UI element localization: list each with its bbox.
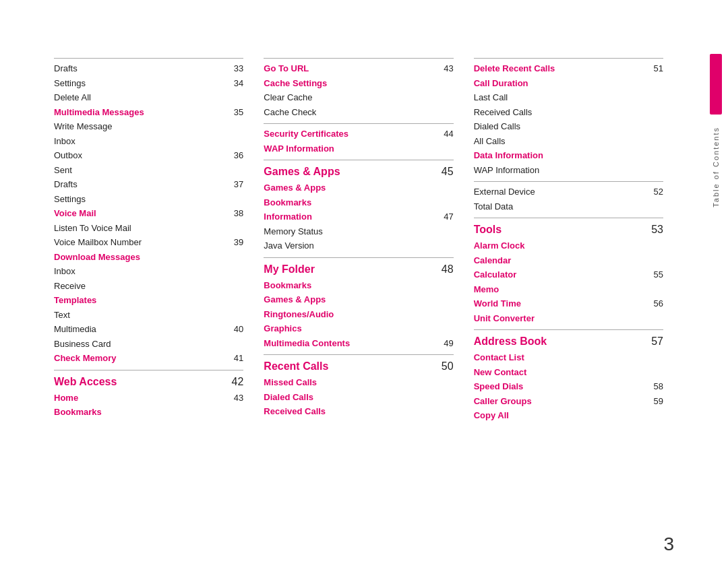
- section-divider: [54, 370, 243, 370]
- entry-label: New Contact: [474, 366, 527, 379]
- entry-label: Text: [54, 309, 70, 322]
- entry-label: Caller Groups: [474, 395, 532, 408]
- table-row: Voice Mail38: [54, 206, 243, 221]
- entry-label: Received Calls: [474, 106, 533, 119]
- entry-number: 43: [230, 391, 243, 405]
- entry-label: Bookmarks: [264, 196, 311, 209]
- table-row: Templates: [54, 293, 243, 308]
- entry-label: External Device: [474, 185, 535, 199]
- entry-label: Outbox: [54, 149, 82, 162]
- entry-number: 36: [230, 149, 243, 162]
- table-row: Ringtones/Audio: [264, 307, 453, 322]
- entry-number: 42: [230, 374, 243, 390]
- table-row: WAP Information: [474, 163, 663, 178]
- entry-number: 38: [230, 207, 243, 220]
- entry-label: Web Access: [54, 374, 117, 390]
- column-2: Go To URL43Cache SettingsClear CacheCach…: [264, 54, 473, 555]
- entry-label: Recent Calls: [264, 358, 328, 375]
- table-row: Cache Check: [264, 105, 453, 120]
- column-3: Delete Recent Calls51Call DurationLast C…: [474, 54, 663, 555]
- page: Drafts33Settings34Delete AllMultimedia M…: [0, 0, 728, 582]
- entry-label: Copy All: [474, 409, 509, 422]
- entry-label: Graphics: [264, 322, 301, 335]
- table-row: Address Book57: [474, 333, 663, 350]
- entry-label: Dialed Calls: [474, 120, 520, 133]
- table-row: Games & Apps: [264, 181, 453, 195]
- table-row: Tools53: [474, 221, 663, 238]
- entry-label: Home: [54, 391, 78, 405]
- table-row: Web Access42: [54, 373, 243, 391]
- entry-label: Inbox: [54, 265, 75, 278]
- entry-number: 33: [230, 62, 243, 75]
- table-row: Games & Apps45: [264, 163, 453, 181]
- table-row: WAP Information: [264, 141, 453, 156]
- entry-number: 44: [440, 127, 454, 141]
- table-row: Text: [54, 308, 243, 323]
- table-row: Delete Recent Calls51: [474, 61, 663, 76]
- toc-sidebar-bar: [710, 54, 722, 115]
- entry-label: Contact List: [474, 351, 524, 364]
- entry-number: 48: [440, 261, 454, 278]
- entry-label: Last Call: [474, 91, 508, 104]
- table-row: Bookmarks: [264, 195, 453, 210]
- entry-label: Java Version: [264, 239, 313, 253]
- table-row: Write Message: [54, 119, 243, 134]
- entry-label: Games & Apps: [264, 181, 326, 195]
- table-row: Last Call: [474, 90, 663, 105]
- entry-label: Bookmarks: [54, 406, 102, 419]
- table-row: All Calls: [474, 134, 663, 149]
- entry-label: Receive: [54, 280, 86, 293]
- entry-label: Multimedia Messages: [54, 106, 144, 119]
- table-row: Speed Dials58: [474, 379, 663, 394]
- table-row: Caller Groups59: [474, 394, 663, 409]
- table-row: My Folder48: [264, 261, 453, 278]
- section-divider: [264, 123, 453, 124]
- table-row: Total Data: [474, 199, 663, 214]
- section-divider: [474, 329, 663, 330]
- table-row: Graphics: [264, 321, 453, 336]
- entry-number: 53: [650, 222, 663, 238]
- entry-label: Settings: [54, 193, 86, 206]
- table-row: Calculator55: [474, 267, 663, 282]
- entry-number: 41: [230, 352, 243, 365]
- entry-number: 52: [650, 185, 663, 199]
- entry-number: 55: [650, 268, 663, 282]
- section-divider: [264, 58, 453, 59]
- table-row: Receive: [54, 279, 243, 294]
- table-row: Multimedia Messages35: [54, 105, 243, 120]
- main-content: Drafts33Settings34Delete AllMultimedia M…: [0, 0, 704, 582]
- table-row: Received Calls: [474, 105, 663, 120]
- table-row: Go To URL43: [264, 61, 453, 76]
- entry-label: Voice Mailbox Number: [54, 236, 142, 249]
- table-row: Call Duration: [474, 76, 663, 91]
- entry-label: Information: [264, 210, 312, 224]
- table-row: Business Card: [54, 337, 243, 352]
- entry-label: Delete All: [54, 91, 91, 104]
- table-row: Inbox: [54, 264, 243, 279]
- table-row: Unit Converter: [474, 311, 663, 326]
- table-row: Information47: [264, 209, 453, 224]
- table-row: Bookmarks: [264, 278, 453, 293]
- table-row: Missed Calls: [264, 375, 453, 390]
- table-row: Security Certificates44: [264, 127, 453, 141]
- entry-number: 43: [440, 62, 454, 75]
- entry-label: Alarm Clock: [474, 239, 525, 253]
- section-divider: [264, 160, 453, 160]
- entry-label: Download Messages: [54, 251, 140, 264]
- entry-label: Drafts: [54, 178, 78, 191]
- entry-label: Sent: [54, 164, 72, 177]
- entry-label: Business Card: [54, 337, 111, 351]
- entry-number: 51: [650, 62, 663, 75]
- table-row: Settings34: [54, 76, 243, 91]
- entry-label: Bookmarks: [264, 279, 311, 292]
- table-row: Received Calls: [264, 404, 453, 419]
- toc-sidebar-label: Table of Contents: [712, 127, 720, 207]
- entry-label: Multimedia Contents: [264, 337, 350, 350]
- entry-label: Write Message: [54, 120, 112, 133]
- table-row: World Time56: [474, 296, 663, 311]
- table-row: Settings: [54, 192, 243, 207]
- table-row: Multimedia Contents49: [264, 336, 453, 351]
- table-row: Memo: [474, 282, 663, 297]
- entry-number: 58: [650, 380, 663, 393]
- entry-number: 39: [230, 236, 243, 249]
